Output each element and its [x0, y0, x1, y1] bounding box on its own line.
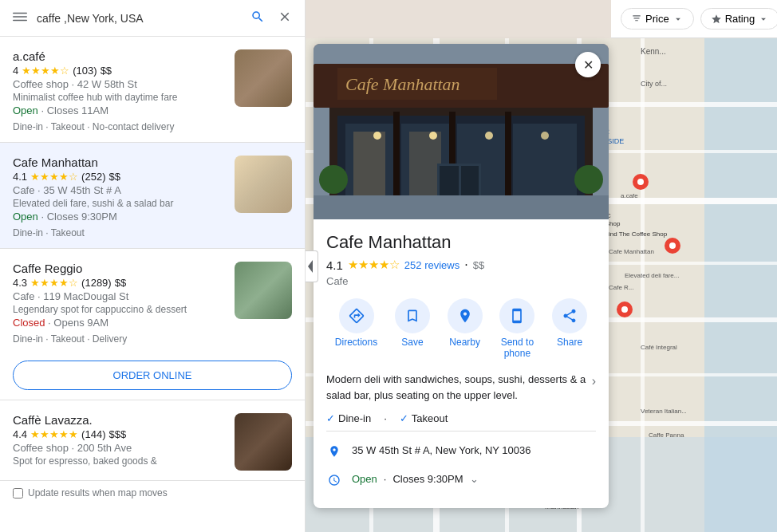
listing-rating: 4 ★★★★☆ (103) $$ [13, 65, 225, 77]
location-icon [326, 445, 342, 460]
send-to-phone-icon-container [499, 298, 534, 333]
listing-item[interactable]: Caffe Reggio 4.3 ★★★★☆ (1289) $$ Cafe · … [0, 249, 305, 400]
save-button[interactable]: Save [395, 298, 430, 359]
listing-name: a.café [13, 49, 225, 63]
svg-text:ind The Coffee Shop: ind The Coffee Shop [609, 231, 668, 238]
update-results-checkbox[interactable] [13, 488, 23, 499]
svg-text:Cafe Manhattan: Cafe Manhattan [609, 248, 654, 255]
svg-rect-2 [13, 20, 27, 22]
listing-desc: Elevated deli fare, sushi & a salad bar [13, 198, 225, 209]
listing-services: Dine-in · Takeout [13, 227, 225, 238]
svg-text:Kenn...: Kenn... [641, 47, 666, 56]
listing-type: Coffee shop · 200 5th Ave [13, 442, 225, 454]
listing-thumbnail [235, 49, 292, 107]
directions-icon-container [339, 298, 374, 333]
price: $$ [101, 65, 112, 77]
listing-name: Caffè Lavazza. [13, 413, 225, 427]
menu-button[interactable] [10, 6, 30, 30]
update-results-label: Update results when map moves [28, 487, 168, 499]
closes-time: · Closes 9:30PM [41, 211, 116, 223]
listing-desc: Spot for espresso, baked goods & [13, 455, 225, 467]
share-label: Share [557, 337, 582, 348]
description-text: Modern deli with sandwiches, soups, sush… [326, 372, 592, 403]
dine-in-service: ✓ Dine-in [326, 412, 371, 424]
address-text: 35 W 45th St # A, New York, NY 10036 [352, 444, 596, 456]
takeout-label: Takeout [412, 412, 448, 424]
place-description: Modern deli with sandwiches, soups, sush… [326, 372, 596, 403]
listing-thumbnail [235, 413, 292, 471]
review-count: (144) [81, 428, 105, 440]
review-count-link[interactable]: 252 reviews [404, 259, 459, 271]
search-button[interactable] [247, 6, 268, 30]
price-filter-button[interactable]: Price [621, 8, 694, 30]
separator: · [464, 258, 467, 272]
address-detail: 35 W 45th St # A, New York, NY 10036 [326, 438, 596, 467]
listing-item[interactable]: Caffè Lavazza. 4.4 ★★★★★ (144) $$$ Coffe… [0, 400, 305, 481]
description-expand-arrow[interactable]: › [592, 372, 596, 391]
opens-time: · Opens 9AM [48, 317, 108, 329]
filter-bar: Price Rating Hours All filters [611, 0, 777, 38]
listing-status: Open · Closes 11AM [13, 104, 225, 116]
rating-number: 4.1 [326, 258, 343, 272]
rating-stars: ★★★★☆ [348, 258, 400, 272]
share-button[interactable]: Share [552, 298, 587, 359]
listing-rating: 4.1 ★★★★☆ (252) $$ [13, 171, 225, 183]
listing-name: Caffe Reggio [13, 262, 225, 275]
nearby-icon-container [448, 298, 483, 333]
hours-detail: Open · Closes 9:30PM ⌄ [326, 467, 596, 495]
nearby-label: Nearby [449, 337, 480, 348]
listing-services: Dine-in · Takeout · No-contact delivery [13, 121, 225, 132]
svg-text:Cafe Manhattan: Cafe Manhattan [345, 74, 460, 94]
open-status: Open [352, 473, 377, 485]
price: $$ [115, 277, 126, 289]
listing-info: a.café 4 ★★★★☆ (103) $$ Coffee shop · 42… [13, 49, 225, 132]
clear-search-button[interactable] [274, 6, 295, 30]
search-input[interactable] [37, 12, 241, 25]
svg-text:Elevated deli fare...: Elevated deli fare... [625, 272, 679, 279]
service-separator: · [384, 412, 387, 424]
listing-type: Cafe · 35 W 45th St # A [13, 184, 225, 196]
update-results-bar: Update results when map moves [0, 481, 305, 505]
svg-rect-17 [641, 38, 645, 532]
svg-point-37 [669, 242, 676, 249]
send-to-phone-button[interactable]: Send tophone [499, 298, 534, 359]
svg-point-77 [485, 132, 493, 140]
left-panel: a.café 4 ★★★★☆ (103) $$ Coffee shop · 42… [0, 0, 306, 532]
order-online-button[interactable]: ORDER ONLINE [13, 361, 292, 390]
svg-rect-85 [314, 195, 609, 219]
svg-point-76 [429, 132, 437, 140]
rating-filter-button[interactable]: Rating [700, 8, 777, 30]
listing-info: Cafe Manhattan 4.1 ★★★★☆ (252) $$ Cafe ·… [13, 156, 225, 238]
directions-button[interactable]: Directions [335, 298, 377, 359]
svg-point-87 [574, 165, 603, 194]
nearby-button[interactable]: Nearby [448, 298, 483, 359]
closing-time: Closes 9:30PM [392, 473, 463, 485]
svg-text:Cafe R...: Cafe R... [609, 284, 634, 291]
svg-rect-1 [13, 16, 27, 18]
place-card-rating: 4.1 ★★★★☆ 252 reviews · $$ [326, 258, 596, 272]
svg-point-86 [319, 165, 348, 194]
listing-desc: Legendary spot for cappuccino & dessert [13, 304, 225, 315]
place-card-name: Cafe Manhattan [326, 232, 596, 253]
clock-icon [326, 474, 342, 489]
listing-status: Closed · Opens 9AM [13, 317, 225, 329]
place-type: Cafe [326, 275, 596, 287]
map-panel[interactable]: Price Rating Hours All filters [306, 0, 777, 532]
open-status: Open [13, 211, 38, 223]
map-collapse-button[interactable] [306, 250, 318, 282]
listing-item[interactable]: a.café 4 ★★★★☆ (103) $$ Coffee shop · 42… [0, 37, 305, 143]
stars: ★★★★☆ [30, 171, 78, 183]
rating-number: 4.4 [13, 428, 27, 440]
review-count: (103) [73, 65, 97, 77]
place-card-image: Cafe Manhattan [314, 44, 609, 219]
listing-type: Cafe · 119 MacDougal St [13, 290, 225, 302]
check-icon: ✓ [400, 412, 408, 424]
search-bar [0, 0, 305, 37]
action-buttons: Directions Save Nearby [326, 298, 596, 359]
listing-item[interactable]: Cafe Manhattan 4.1 ★★★★☆ (252) $$ Cafe ·… [0, 143, 305, 249]
check-icon: ✓ [326, 412, 335, 424]
hours-expand-button[interactable]: ⌄ [470, 473, 479, 485]
listing-rating: 4.3 ★★★★☆ (1289) $$ [13, 277, 225, 289]
close-place-card-button[interactable]: ✕ [575, 52, 601, 77]
share-icon-container [552, 298, 587, 333]
